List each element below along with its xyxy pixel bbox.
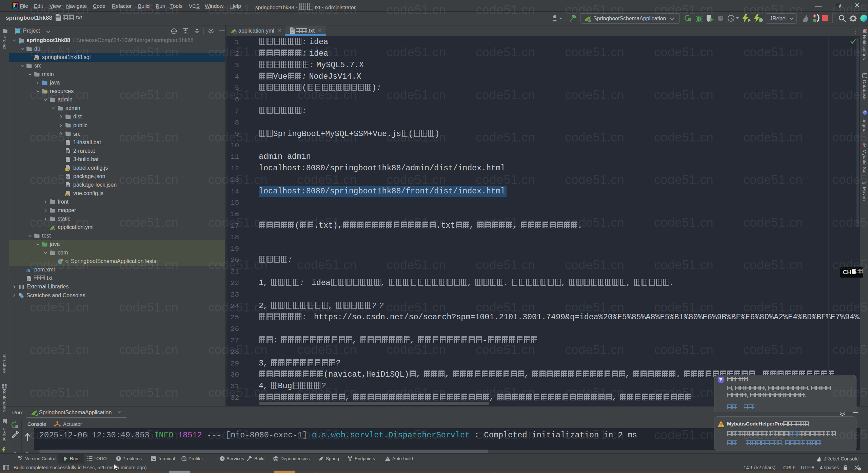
svg-text:SQL: SQL (35, 58, 39, 60)
svg-text:!: ! (859, 468, 860, 471)
svg-text:m: m (862, 180, 866, 185)
svg-text:JS: JS (66, 168, 69, 171)
svg-text:JR: JR (818, 460, 821, 462)
svg-text:m: m (26, 267, 31, 273)
svg-text:JS: JS (66, 194, 69, 196)
